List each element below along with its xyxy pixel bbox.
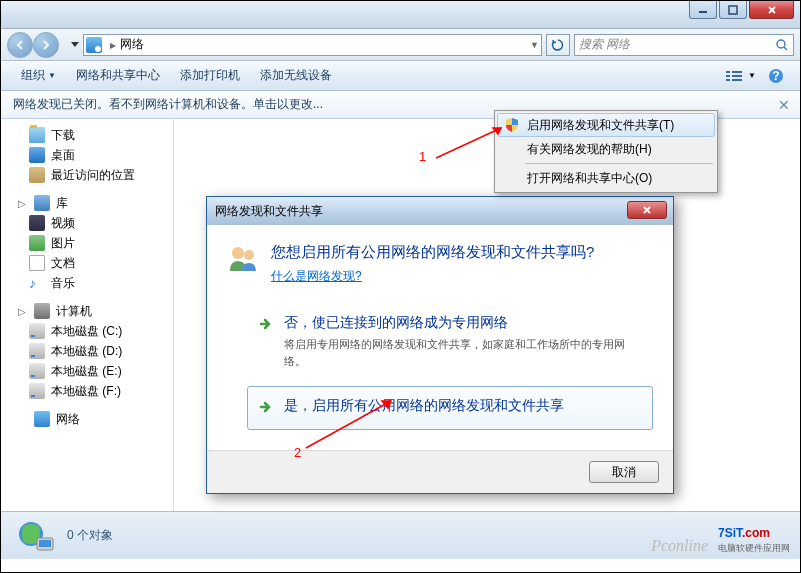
svg-rect-0 xyxy=(699,11,707,13)
close-button[interactable] xyxy=(749,1,794,19)
sidebar-item-drive-d[interactable]: 本地磁盘 (D:) xyxy=(1,341,173,361)
drive-icon xyxy=(29,323,45,339)
drive-icon xyxy=(29,383,45,399)
dialog-network-discovery: 网络发现和文件共享 您想启用所有公用网络的网络发现和文件共享吗? 什么是网络发现… xyxy=(206,196,674,494)
video-icon xyxy=(29,215,45,231)
sidebar-cat-library[interactable]: ▷库 xyxy=(1,193,173,213)
svg-point-15 xyxy=(232,247,244,259)
option-desc: 将启用专用网络的网络发现和文件共享，如家庭和工作场所中的专用网络。 xyxy=(284,336,640,369)
network-center-button[interactable]: 网络和共享中心 xyxy=(66,63,170,88)
dialog-option-private[interactable]: 否，使已连接到的网络成为专用网络 将启用专用网络的网络发现和文件共享，如家庭和工… xyxy=(247,303,653,380)
svg-point-2 xyxy=(777,40,785,48)
option-title: 是，启用所有公用网络的网络发现和文件共享 xyxy=(284,397,640,415)
recent-icon xyxy=(29,167,45,183)
folder-icon xyxy=(29,127,45,143)
search-input[interactable]: 搜索 网络 xyxy=(574,34,794,56)
refresh-button[interactable] xyxy=(546,34,570,56)
window-titlebar xyxy=(1,1,800,29)
svg-text:?: ? xyxy=(772,69,779,83)
status-bar: 0 个对象 Pconline 7SiT.com 电脑软硬件应用网 xyxy=(1,511,800,559)
desktop-icon xyxy=(29,147,45,163)
option-title: 否，使已连接到的网络成为专用网络 xyxy=(284,314,640,332)
maximize-button[interactable] xyxy=(719,1,747,19)
address-dropdown-icon[interactable]: ▼ xyxy=(530,40,539,50)
sidebar-item-desktop[interactable]: 桌面 xyxy=(1,145,173,165)
dialog-titlebar[interactable]: 网络发现和文件共享 xyxy=(207,197,673,225)
drive-icon xyxy=(29,343,45,359)
dialog-help-link[interactable]: 什么是网络发现? xyxy=(271,269,362,283)
minimize-button[interactable] xyxy=(689,1,717,19)
info-bar-close[interactable]: ✕ xyxy=(778,97,790,113)
dialog-question: 您想启用所有公用网络的网络发现和文件共享吗? xyxy=(271,243,594,262)
navigation-pane: 下载 桌面 最近访问的位置 ▷库 视频 图片 文档 ♪音乐 ▷计算机 本地磁盘 … xyxy=(1,119,174,511)
nav-history-dropdown[interactable] xyxy=(67,35,83,55)
arrow-icon xyxy=(258,316,274,332)
annotation-number-1: 1 xyxy=(419,149,426,164)
svg-rect-14 xyxy=(39,540,51,547)
svg-rect-9 xyxy=(732,79,742,81)
address-bar[interactable]: ▸ 网络 ▼ xyxy=(83,34,542,56)
shield-icon xyxy=(504,117,520,133)
sidebar-cat-computer[interactable]: ▷计算机 xyxy=(1,301,173,321)
dialog-close-button[interactable] xyxy=(627,201,667,219)
svg-rect-8 xyxy=(726,79,730,81)
sidebar-item-downloads[interactable]: 下载 xyxy=(1,125,173,145)
users-icon xyxy=(227,243,259,275)
svg-point-16 xyxy=(244,250,254,260)
help-button[interactable]: ? xyxy=(762,64,790,88)
svg-rect-1 xyxy=(729,6,737,14)
sidebar-item-recent[interactable]: 最近访问的位置 xyxy=(1,165,173,185)
command-bar: 组织▼ 网络和共享中心 添加打印机 添加无线设备 ▼ ? xyxy=(1,61,800,91)
pictures-icon xyxy=(29,235,45,251)
dialog-title-text: 网络发现和文件共享 xyxy=(215,203,323,220)
context-menu-open-center[interactable]: 打开网络和共享中心(O) xyxy=(497,166,715,190)
arrow-icon xyxy=(258,399,274,415)
network-large-icon xyxy=(15,516,55,556)
documents-icon xyxy=(29,255,45,271)
svg-rect-5 xyxy=(732,71,742,73)
sidebar-item-videos[interactable]: 视频 xyxy=(1,213,173,233)
library-icon xyxy=(34,195,50,211)
computer-icon xyxy=(34,303,50,319)
view-options-button[interactable]: ▼ xyxy=(720,65,762,87)
music-icon: ♪ xyxy=(29,275,45,291)
breadcrumb-sep: ▸ xyxy=(110,38,116,52)
info-bar-text: 网络发现已关闭。看不到网络计算机和设备。单击以更改... xyxy=(13,96,323,113)
search-icon xyxy=(775,38,789,52)
dialog-option-public[interactable]: 是，启用所有公用网络的网络发现和文件共享 xyxy=(247,386,653,430)
sidebar-item-drive-c[interactable]: 本地磁盘 (C:) xyxy=(1,321,173,341)
context-menu: 启用网络发现和文件共享(T) 有关网络发现的帮助(H) 打开网络和共享中心(O) xyxy=(494,110,718,193)
breadcrumb-text[interactable]: 网络 xyxy=(120,36,144,53)
sidebar-item-drive-e[interactable]: 本地磁盘 (E:) xyxy=(1,361,173,381)
add-printer-button[interactable]: 添加打印机 xyxy=(170,63,250,88)
context-menu-enable-discovery[interactable]: 启用网络发现和文件共享(T) xyxy=(497,113,715,137)
search-placeholder: 搜索 网络 xyxy=(579,36,630,53)
context-menu-separator xyxy=(525,163,713,164)
svg-line-3 xyxy=(784,47,787,50)
annotation-number-2: 2 xyxy=(294,445,301,460)
forward-button[interactable] xyxy=(33,32,59,58)
svg-rect-6 xyxy=(726,75,730,77)
context-menu-help[interactable]: 有关网络发现的帮助(H) xyxy=(497,137,715,161)
sidebar-item-documents[interactable]: 文档 xyxy=(1,253,173,273)
watermark: Pconline 7SiT.com 电脑软硬件应用网 xyxy=(651,521,790,555)
status-text: 0 个对象 xyxy=(67,527,113,544)
sidebar-item-pictures[interactable]: 图片 xyxy=(1,233,173,253)
svg-rect-7 xyxy=(732,75,742,77)
add-wireless-button[interactable]: 添加无线设备 xyxy=(250,63,342,88)
sidebar-cat-network[interactable]: 网络 xyxy=(1,409,173,429)
sidebar-item-drive-f[interactable]: 本地磁盘 (F:) xyxy=(1,381,173,401)
back-button[interactable] xyxy=(7,32,33,58)
organize-menu[interactable]: 组织▼ xyxy=(11,63,66,88)
nav-bar: ▸ 网络 ▼ 搜索 网络 xyxy=(1,29,800,61)
sidebar-item-music[interactable]: ♪音乐 xyxy=(1,273,173,293)
network-icon xyxy=(86,37,102,53)
network-icon xyxy=(34,411,50,427)
svg-rect-4 xyxy=(726,71,730,73)
drive-icon xyxy=(29,363,45,379)
cancel-button[interactable]: 取消 xyxy=(589,461,659,483)
